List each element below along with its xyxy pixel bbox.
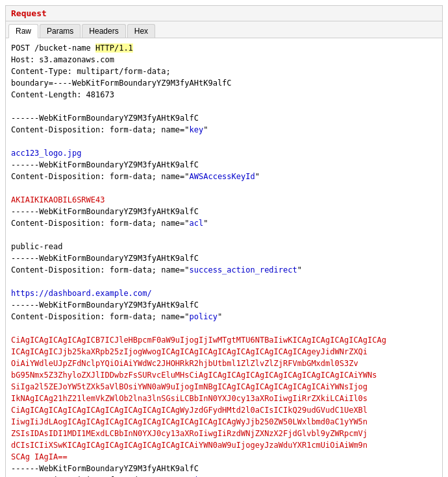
tab-params[interactable]: Params [40,24,81,38]
request-panel: Request Raw Params Headers Hex POST /buc… [5,5,443,477]
tab-raw[interactable]: Raw [8,24,38,38]
panel-title: Request [6,6,442,21]
request-content: POST /bucket-name HTTP/1.1 Host: s3.amaz… [6,38,442,477]
tab-headers[interactable]: Headers [82,24,125,38]
tab-hex[interactable]: Hex [127,24,155,38]
http-method: POST /bucket-name HTTP/1.1 Host: s3.amaz… [11,43,386,477]
tab-bar: Raw Params Headers Hex [6,21,442,38]
